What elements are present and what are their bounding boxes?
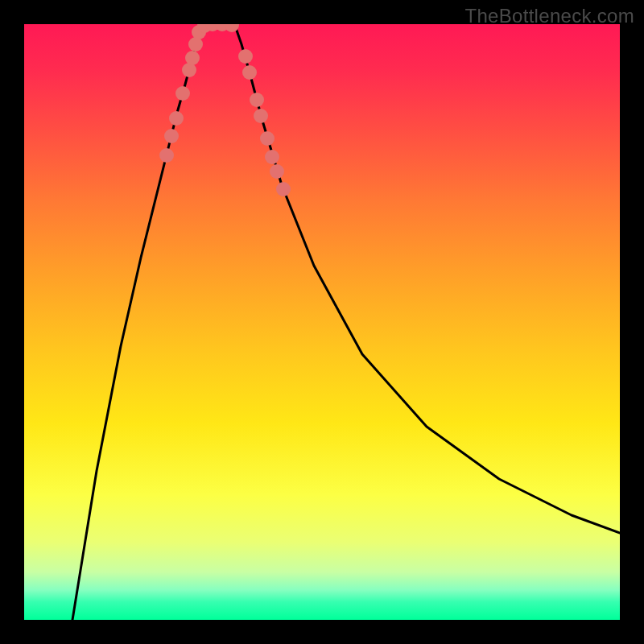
data-marker — [175, 86, 190, 101]
data-marker — [265, 150, 279, 164]
data-marker — [270, 164, 284, 179]
chart-frame: TheBottleneck.com — [0, 0, 644, 644]
data-marker — [250, 93, 264, 107]
plot-area — [24, 24, 620, 620]
data-marker — [169, 111, 184, 126]
bottleneck-curve — [24, 24, 620, 620]
data-marker — [238, 49, 253, 64]
data-marker — [242, 65, 257, 80]
curve-path — [72, 24, 620, 620]
data-marker — [260, 131, 275, 146]
data-marker — [185, 51, 200, 65]
data-marker — [276, 182, 291, 196]
data-marker — [164, 129, 179, 143]
data-marker — [254, 109, 268, 123]
data-marker — [159, 148, 174, 163]
